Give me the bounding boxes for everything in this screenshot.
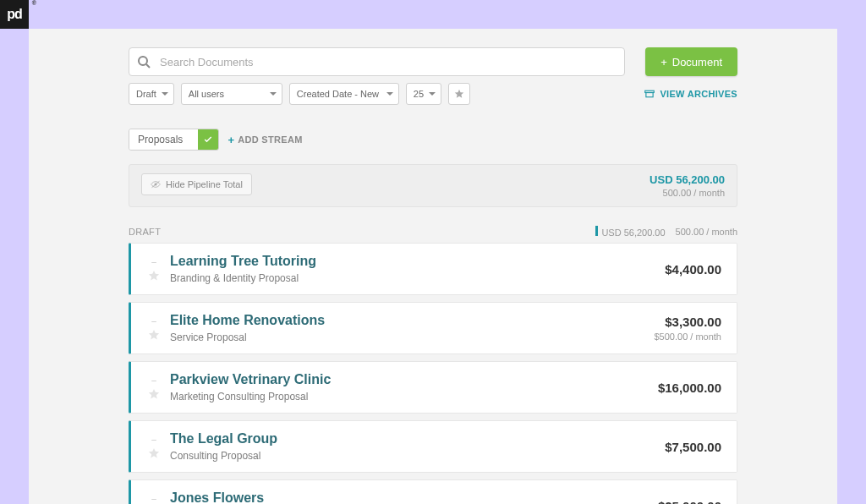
- filter-status[interactable]: Draft: [129, 83, 174, 105]
- document-card[interactable]: – Jones Flowers Sample Business Proposal…: [129, 479, 737, 504]
- document-card[interactable]: – Elite Home Renovations Service Proposa…: [129, 302, 737, 354]
- card-star-col: –: [138, 316, 170, 341]
- add-stream-button[interactable]: + ADD STREAM: [227, 134, 302, 146]
- filter-user-label: All users: [189, 89, 224, 99]
- eye-off-icon: [151, 179, 161, 189]
- section-header: DRAFT USD 56,200.00 500.00 / month: [129, 226, 737, 238]
- new-document-button[interactable]: + Document: [645, 47, 737, 76]
- svg-point-0: [139, 57, 147, 65]
- card-title: The Legal Group: [170, 431, 665, 446]
- search-input[interactable]: [129, 47, 625, 76]
- filter-sort[interactable]: Created Date - New: [289, 83, 399, 105]
- card-star-col: –: [138, 375, 170, 400]
- add-stream-label: ADD STREAM: [238, 134, 302, 145]
- card-info: Jones Flowers Sample Business Proposal: [170, 490, 658, 504]
- card-sub-amount: $500.00 / month: [654, 331, 721, 342]
- document-card[interactable]: – Learning Tree Tutoring Branding & Iden…: [129, 243, 737, 295]
- card-star-col: –: [138, 257, 170, 282]
- stream-row: Proposals + ADD STREAM: [129, 129, 737, 151]
- svg-line-1: [146, 64, 150, 68]
- card-subtitle: Service Proposal: [170, 331, 654, 343]
- filter-per-page-label: 25: [414, 89, 424, 99]
- status-dash-icon: –: [151, 316, 156, 326]
- filter-status-label: Draft: [136, 89, 156, 99]
- status-dash-icon: –: [151, 494, 156, 503]
- star-icon[interactable]: [148, 447, 160, 459]
- chevron-down-icon: [270, 92, 277, 96]
- check-icon: [198, 129, 218, 150]
- topbar: + Document: [129, 47, 737, 76]
- card-amount-col: $16,000.00: [658, 381, 721, 395]
- stream-chip-label: Proposals: [129, 129, 198, 150]
- status-dash-icon: –: [151, 435, 156, 444]
- section-total: USD 56,200.00: [595, 226, 665, 238]
- card-title: Parkview Vetrinary Clinic: [170, 372, 658, 387]
- star-icon[interactable]: [148, 270, 160, 282]
- filter-starred[interactable]: [448, 83, 470, 105]
- chevron-down-icon: [429, 92, 436, 96]
- search-icon: [137, 55, 151, 68]
- card-amount: $4,400.00: [665, 262, 721, 277]
- document-card[interactable]: – Parkview Vetrinary Clinic Marketing Co…: [129, 361, 737, 414]
- card-amount: $25,000.00: [658, 499, 721, 505]
- card-info: Learning Tree Tutoring Branding & Identi…: [170, 254, 665, 284]
- section-label: DRAFT: [129, 227, 161, 237]
- status-dash-icon: –: [151, 375, 156, 385]
- card-title: Jones Flowers: [170, 490, 658, 504]
- card-subtitle: Consulting Proposal: [170, 450, 665, 462]
- star-icon: [454, 89, 464, 99]
- stream-chip-proposals[interactable]: Proposals: [129, 129, 219, 151]
- logo: pd: [0, 0, 29, 29]
- star-icon[interactable]: [148, 329, 160, 341]
- card-subtitle: Branding & Identity Proposal: [170, 272, 665, 284]
- hide-pipeline-total-button[interactable]: Hide Pipeline Total: [141, 173, 252, 195]
- card-star-col: –: [138, 494, 170, 505]
- status-dash-icon: –: [151, 257, 156, 266]
- card-amount-col: $4,400.00: [665, 262, 721, 277]
- filter-sort-label: Created Date - New: [297, 89, 379, 99]
- card-title: Elite Home Renovations: [170, 313, 654, 328]
- plus-icon: +: [227, 134, 234, 146]
- card-amount-col: $7,500.00: [665, 440, 721, 454]
- card-amount-col: $3,300.00 $500.00 / month: [654, 315, 721, 342]
- star-icon[interactable]: [148, 388, 160, 400]
- view-archives-label: VIEW ARCHIVES: [660, 89, 737, 99]
- chevron-down-icon: [386, 92, 393, 96]
- filter-per-page[interactable]: 25: [406, 83, 441, 105]
- card-amount: $7,500.00: [665, 440, 721, 454]
- chevron-down-icon: [162, 92, 168, 96]
- card-star-col: –: [138, 435, 170, 459]
- card-info: Elite Home Renovations Service Proposal: [170, 313, 654, 343]
- card-amount: $16,000.00: [658, 381, 721, 395]
- document-card[interactable]: – The Legal Group Consulting Proposal $7…: [129, 420, 737, 473]
- document-list: – Learning Tree Tutoring Branding & Iden…: [129, 243, 737, 504]
- new-document-label: Document: [672, 56, 722, 68]
- archive-icon: [644, 89, 655, 99]
- card-info: Parkview Vetrinary Clinic Marketing Cons…: [170, 372, 658, 403]
- card-title: Learning Tree Tutoring: [170, 254, 665, 269]
- pipeline-header: Hide Pipeline Total USD 56,200.00 500.00…: [129, 164, 737, 207]
- card-subtitle: Marketing Consulting Proposal: [170, 391, 658, 403]
- card-amount: $3,300.00: [654, 315, 721, 329]
- filter-user[interactable]: All users: [181, 83, 282, 105]
- plus-icon: +: [660, 56, 667, 68]
- app-frame: + Document Draft All users Created Date …: [29, 29, 837, 504]
- pipeline-total: USD 56,200.00 500.00 / month: [650, 173, 725, 198]
- card-amount-col: $25,000.00: [658, 499, 721, 505]
- hide-pipeline-label: Hide Pipeline Total: [166, 179, 243, 189]
- svg-rect-3: [646, 93, 653, 97]
- section-monthly: 500.00 / month: [676, 227, 737, 237]
- filters-row: Draft All users Created Date - New 25 VI…: [129, 83, 737, 105]
- card-info: The Legal Group Consulting Proposal: [170, 431, 665, 462]
- view-archives-link[interactable]: VIEW ARCHIVES: [644, 89, 737, 99]
